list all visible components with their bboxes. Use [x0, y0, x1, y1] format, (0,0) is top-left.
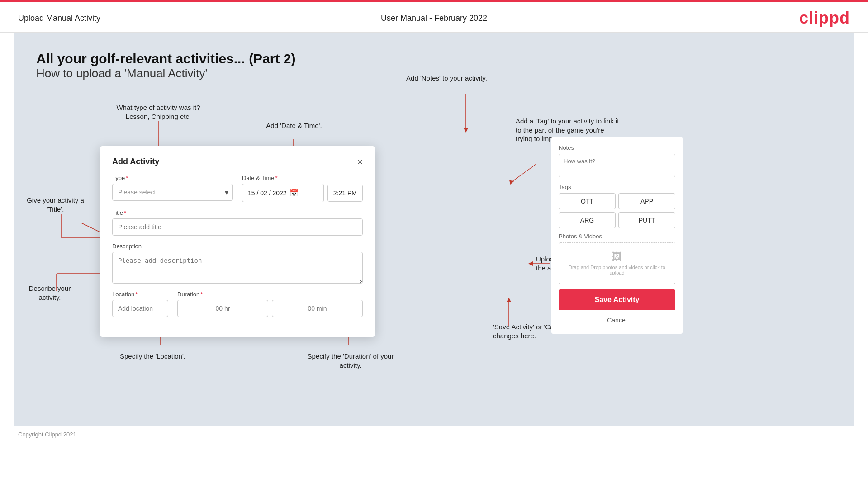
time-value: 2:21 PM — [333, 190, 357, 197]
datetime-group: 15 / 02 / 2022 📅 2:21 PM — [242, 184, 363, 202]
dialog-header: Add Activity × — [112, 157, 363, 166]
svg-marker-17 — [464, 128, 468, 133]
annotation-describe: Describe your activity. — [20, 284, 79, 302]
title-input[interactable] — [112, 218, 363, 236]
svg-marker-23 — [507, 298, 511, 302]
mobile-inner: Notes Tags OTT APP ARG PUTT Photos & Vid… — [551, 137, 683, 334]
photos-upload-area[interactable]: 🖼 Drag and Drop photos and videos or cli… — [559, 242, 675, 284]
form-group-duration: Duration* — [177, 291, 363, 317]
photos-section-label: Photos & Videos — [559, 233, 675, 240]
annotation-what-type: What type of activity was it? Lesson, Ch… — [113, 103, 204, 121]
manual-label: User Manual - February 2022 — [381, 14, 487, 23]
annotation-duration: Specify the 'Duration' of your activity. — [301, 352, 400, 370]
photo-icon: 🖼 — [564, 251, 670, 263]
date-input-wrapper[interactable]: 15 / 02 / 2022 📅 — [242, 184, 324, 202]
notes-section-label: Notes — [559, 144, 675, 151]
add-activity-dialog: Add Activity × Type* Please select ▾ Dat… — [100, 146, 375, 337]
type-select-wrapper[interactable]: Please select ▾ — [112, 184, 233, 201]
annotation-give-title: Give your activity a 'Title'. — [20, 196, 90, 213]
form-group-type: Type* Please select ▾ — [112, 175, 233, 202]
notes-textarea[interactable] — [559, 154, 675, 177]
calendar-icon: 📅 — [289, 189, 299, 197]
tags-section-label: Tags — [559, 184, 675, 190]
top-bar: Upload Manual Activity User Manual - Feb… — [0, 2, 868, 33]
photos-upload-text: Drag and Drop photos and videos or click… — [564, 265, 670, 275]
main-content: All your golf-relevant activities... (Pa… — [14, 33, 854, 426]
svg-marker-19 — [509, 180, 514, 185]
description-textarea[interactable] — [112, 252, 363, 284]
tag-arg[interactable]: ARG — [559, 212, 616, 228]
cancel-button[interactable]: Cancel — [559, 314, 675, 327]
tags-grid: OTT APP ARG PUTT — [559, 193, 675, 228]
save-activity-button[interactable]: Save Activity — [559, 289, 675, 310]
page-title-main: All your golf-relevant activities... (Pa… — [36, 51, 832, 66]
duration-label: Duration* — [177, 291, 363, 298]
svg-marker-21 — [528, 261, 533, 266]
annotation-location: Specify the 'Location'. — [111, 352, 194, 361]
time-input-wrapper[interactable]: 2:21 PM — [327, 185, 363, 202]
form-group-location: Location* — [112, 291, 168, 317]
date-value: 15 / 02 / 2022 — [248, 190, 287, 197]
form-row-type-date: Type* Please select ▾ Date & Time* 15 / … — [112, 175, 363, 202]
dialog-title: Add Activity — [112, 157, 159, 166]
duration-inputs — [177, 300, 363, 317]
form-row-location-duration: Location* Duration* — [112, 291, 363, 317]
form-group-datetime: Date & Time* 15 / 02 / 2022 📅 2:21 PM — [242, 175, 363, 202]
description-label: Description — [112, 243, 363, 250]
tag-app[interactable]: APP — [618, 193, 675, 209]
location-label: Location* — [112, 291, 168, 298]
form-group-title: Title* — [112, 209, 363, 236]
mobile-panel: Notes Tags OTT APP ARG PUTT Photos & Vid… — [551, 137, 683, 334]
form-group-description: Description — [112, 243, 363, 284]
svg-line-18 — [511, 164, 536, 182]
tag-ott[interactable]: OTT — [559, 193, 616, 209]
type-label: Type* — [112, 175, 233, 181]
page-label: Upload Manual Activity — [18, 14, 100, 23]
type-select[interactable]: Please select — [112, 184, 233, 201]
annotation-add-date: Add 'Date & Time'. — [253, 121, 335, 130]
location-input[interactable] — [112, 300, 168, 317]
dialog-close-button[interactable]: × — [357, 157, 363, 166]
logo: clippd — [799, 9, 850, 28]
duration-hr-input[interactable] — [177, 300, 268, 317]
datetime-label: Date & Time* — [242, 175, 363, 181]
annotation-notes: Add 'Notes' to your activity. — [403, 74, 491, 83]
tag-putt[interactable]: PUTT — [618, 212, 675, 228]
duration-min-input[interactable] — [272, 300, 363, 317]
title-label: Title* — [112, 209, 363, 216]
copyright: Copyright Clippd 2021 — [0, 426, 868, 442]
